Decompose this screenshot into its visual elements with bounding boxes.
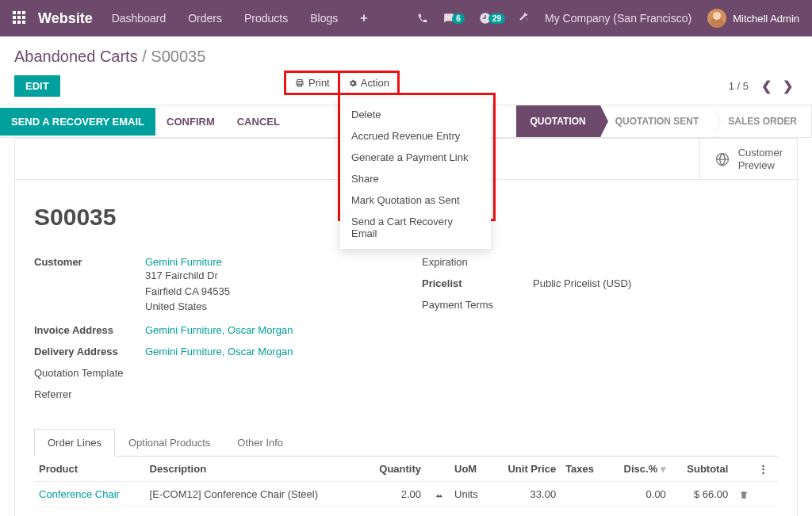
breadcrumb-current: S00035: [151, 48, 205, 65]
invoice-address-link[interactable]: Gemini Furniture, Oscar Morgan: [145, 324, 293, 336]
label-referrer: Referrer: [34, 388, 145, 400]
addr-line-2: Fairfield CA 94535: [145, 284, 230, 300]
label-quotation-template: Quotation Template: [34, 367, 145, 379]
breadcrumb: Abandoned Carts / S00035: [14, 48, 798, 66]
sort-icon: ▾: [661, 463, 666, 475]
step-quotation-sent[interactable]: QUOTATION SENT: [601, 105, 714, 137]
brand[interactable]: Website: [38, 10, 93, 27]
label-pricelist: Pricelist: [422, 277, 533, 289]
th-disc[interactable]: Disc.%: [624, 463, 658, 475]
th-taxes[interactable]: Taxes: [561, 457, 607, 482]
forecast-icon[interactable]: [431, 489, 445, 500]
edit-button[interactable]: EDIT: [14, 75, 60, 97]
action-dropdown: Delete Accrued Revenue Entry Generate a …: [340, 99, 491, 249]
cell-description: [E-COM12] Conference Chair (Steel): [145, 481, 363, 506]
cancel-button[interactable]: CANCEL: [226, 108, 291, 136]
nav-products[interactable]: Products: [244, 12, 288, 25]
globe-icon: [714, 151, 730, 167]
activities-badge: 29: [488, 13, 505, 24]
step-quotation[interactable]: QUOTATION: [516, 105, 601, 137]
confirm-button[interactable]: CONFIRM: [155, 108, 226, 136]
columns-menu-icon[interactable]: ⋮: [753, 457, 778, 482]
action-share[interactable]: Share: [340, 168, 491, 189]
label-payment-terms: Payment Terms: [422, 299, 533, 311]
cell-unit-price: 33.00: [490, 481, 561, 506]
label-expiration: Expiration: [422, 256, 533, 268]
nav-orders[interactable]: Orders: [188, 12, 222, 25]
th-subtotal[interactable]: Subtotal: [671, 457, 733, 482]
customer-preview-button[interactable]: CustomerPreview: [699, 139, 797, 179]
th-quantity[interactable]: Quantity: [363, 457, 426, 482]
label-invoice-address: Invoice Address: [34, 324, 145, 336]
tab-optional-products[interactable]: Optional Products: [115, 429, 224, 456]
breadcrumb-parent[interactable]: Abandoned Carts: [14, 48, 138, 65]
print-button[interactable]: Print: [286, 73, 338, 93]
tab-order-lines[interactable]: Order Lines: [34, 429, 115, 457]
cell-taxes: [561, 481, 607, 506]
action-payment-link[interactable]: Generate a Payment Link: [340, 147, 491, 168]
step-sales-order[interactable]: SALES ORDER: [714, 105, 812, 137]
action-mark-sent[interactable]: Mark Quotation as Sent: [340, 189, 491, 211]
th-product[interactable]: Product: [34, 457, 145, 482]
action-delete[interactable]: Delete: [340, 104, 491, 125]
action-send-recovery[interactable]: Send a Cart Recovery Email: [340, 211, 491, 244]
addr-line-3: United States: [145, 299, 230, 315]
messages-badge: 6: [452, 13, 465, 24]
phone-icon[interactable]: [417, 13, 428, 24]
user-name: Mitchell Admin: [733, 13, 799, 25]
label-customer: Customer: [34, 256, 145, 268]
nav-blogs[interactable]: Blogs: [310, 12, 338, 25]
cell-subtotal: $ 66.00: [671, 481, 733, 506]
user-menu[interactable]: Mitchell Admin: [707, 9, 799, 28]
cell-uom: Units: [450, 481, 490, 506]
customer-link[interactable]: Gemini Furniture: [145, 256, 230, 268]
cell-disc: 0.00: [607, 481, 671, 506]
delivery-address-link[interactable]: Gemini Furniture, Oscar Morgan: [145, 346, 293, 357]
action-accrued-revenue[interactable]: Accrued Revenue Entry: [340, 125, 491, 147]
table-row[interactable]: Conference Chair [E-COM12] Conference Ch…: [34, 481, 778, 506]
cell-product[interactable]: Conference Chair: [34, 481, 145, 506]
messages-icon[interactable]: 6: [442, 13, 465, 24]
th-description[interactable]: Description: [145, 457, 363, 482]
th-uom[interactable]: UoM: [450, 457, 490, 482]
apps-icon[interactable]: [13, 11, 27, 25]
pricelist-value: Public Pricelist (USD): [533, 277, 631, 289]
activities-icon[interactable]: 29: [479, 12, 505, 25]
send-recovery-button[interactable]: SEND A RECOVERY EMAIL: [0, 108, 155, 136]
delete-line-icon[interactable]: [733, 481, 753, 506]
th-unit-price[interactable]: Unit Price: [490, 457, 561, 482]
company-switcher[interactable]: My Company (San Francisco): [545, 12, 691, 25]
pager-next[interactable]: ❯: [783, 78, 793, 94]
tab-other-info[interactable]: Other Info: [224, 429, 297, 456]
action-button[interactable]: Action: [340, 73, 397, 93]
addr-line-1: 317 Fairchild Dr: [145, 268, 230, 284]
cell-quantity: 2.00: [363, 481, 426, 506]
pager-text[interactable]: 1 / 5: [729, 80, 749, 92]
tools-icon[interactable]: [519, 13, 530, 24]
label-delivery-address: Delivery Address: [34, 346, 145, 357]
pager-prev[interactable]: ❮: [761, 78, 772, 94]
new-icon[interactable]: +: [360, 11, 367, 25]
nav-dashboard[interactable]: Dashboard: [112, 12, 167, 25]
avatar: [707, 9, 726, 28]
